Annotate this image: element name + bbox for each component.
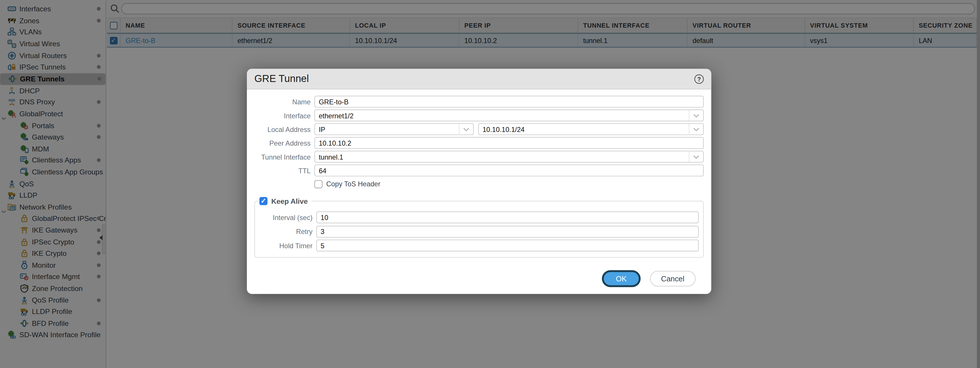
- chevron-down-icon: [689, 124, 703, 135]
- ttl-label: TTL: [251, 167, 311, 174]
- dialog-buttons: OK Cancel: [251, 271, 704, 287]
- interface-select[interactable]: ethernet1/2: [314, 110, 704, 121]
- ttl-row: TTL: [251, 164, 704, 177]
- dialog-header: GRE Tunnel ?: [247, 69, 711, 89]
- local-address-row: Local Address IP 10.10.10.1/24: [251, 123, 704, 135]
- retry-field[interactable]: [316, 226, 699, 237]
- name-label: Name: [251, 98, 311, 105]
- local-address-type-value: IP: [315, 125, 459, 133]
- keep-alive-group: ✓ Keep Alive Interval (sec) Retry Hold T…: [255, 197, 704, 258]
- interface-value: ethernet1/2: [315, 112, 689, 119]
- tunnel-interface-label: Tunnel Interface: [251, 153, 311, 161]
- copy-tos-checkbox[interactable]: [314, 180, 322, 188]
- name-field[interactable]: [314, 96, 704, 108]
- ttl-field[interactable]: [314, 164, 704, 177]
- cancel-button[interactable]: Cancel: [650, 271, 696, 287]
- hold-timer-field[interactable]: [316, 239, 699, 252]
- tunnel-interface-value: tunnel.1: [315, 153, 689, 161]
- chevron-down-icon: [689, 110, 703, 121]
- tunnel-interface-select[interactable]: tunnel.1: [314, 151, 704, 163]
- peer-address-field[interactable]: [314, 137, 704, 149]
- local-address-label: Local Address: [251, 125, 311, 133]
- retry-label: Retry: [255, 228, 313, 235]
- interface-row: Interface ethernet1/2: [251, 110, 704, 121]
- local-address-ip-value: 10.10.10.1/24: [479, 125, 689, 133]
- copy-tos-row: Copy ToS Header: [251, 180, 704, 188]
- app-root: InterfacesZonesVLANsVirtual WiresVirtual…: [0, 0, 980, 368]
- dialog-body: Name Interface ethernet1/2 Local Address…: [247, 89, 711, 287]
- peer-address-row: Peer Address: [251, 137, 704, 149]
- hold-timer-label: Hold Timer: [255, 242, 313, 249]
- interval-field[interactable]: [316, 211, 699, 223]
- gre-tunnel-dialog: GRE Tunnel ? Name Interface ethernet1/2 …: [247, 69, 711, 294]
- name-row: Name: [251, 96, 704, 108]
- local-address-type-select[interactable]: IP: [314, 123, 474, 135]
- interval-label: Interval (sec): [255, 213, 313, 221]
- dialog-title: GRE Tunnel: [255, 73, 694, 84]
- local-address-ip-select[interactable]: 10.10.10.1/24: [478, 123, 704, 135]
- interface-label: Interface: [251, 112, 311, 119]
- retry-row: Retry: [255, 226, 699, 237]
- copy-tos-label: Copy ToS Header: [326, 180, 380, 188]
- interval-row: Interval (sec): [255, 211, 699, 223]
- keep-alive-checkbox[interactable]: ✓: [259, 197, 267, 205]
- peer-address-label: Peer Address: [251, 139, 311, 147]
- tunnel-interface-row: Tunnel Interface tunnel.1: [251, 151, 704, 163]
- chevron-down-icon: [459, 124, 473, 135]
- keep-alive-label: Keep Alive: [271, 198, 308, 205]
- hold-timer-row: Hold Timer: [255, 239, 699, 252]
- help-icon[interactable]: ?: [694, 74, 704, 83]
- ok-button[interactable]: OK: [604, 272, 638, 285]
- chevron-down-icon: [689, 151, 703, 162]
